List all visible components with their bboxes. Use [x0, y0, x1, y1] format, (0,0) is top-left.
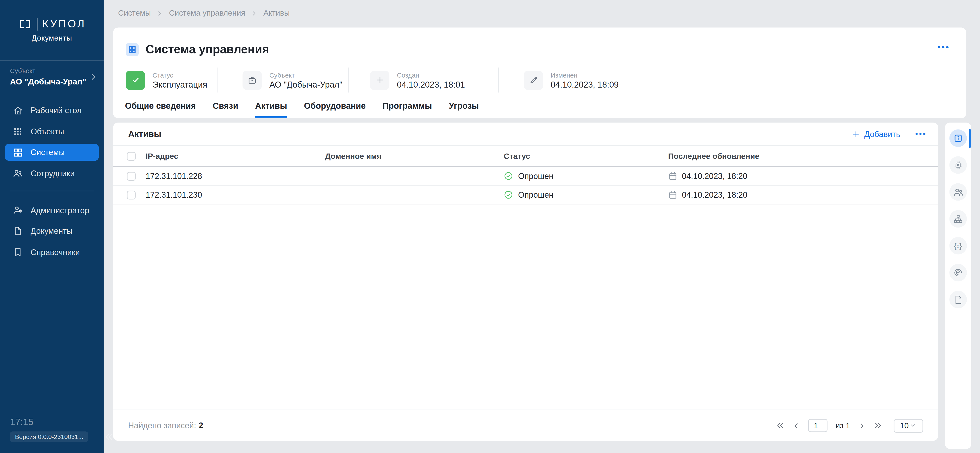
column-header-status[interactable]: Статус	[504, 152, 668, 160]
subject-value: АО "Добыча-Урал"	[10, 77, 94, 86]
grid-squares-icon	[13, 147, 23, 158]
sidebar: КУПОЛ Документы Субъект АО "Добыча-Урал"…	[0, 0, 104, 453]
cell-ip: 172.31.101.230	[146, 190, 325, 199]
sidebar-item-objects[interactable]: Объекты	[5, 123, 99, 140]
meta-field-created: Создан04.10.2023, 18:01	[370, 70, 498, 90]
divider	[498, 67, 499, 93]
sidebar-item-directories[interactable]: Справочники	[5, 244, 99, 260]
add-button[interactable]: Добавить	[852, 129, 900, 138]
row-checkbox[interactable]	[127, 172, 136, 180]
chevron-right-icon	[157, 10, 162, 16]
pagination: из 1 10	[776, 419, 923, 432]
briefcase-icon	[243, 70, 262, 90]
tab-bar: Общие сведения Связи Активы Оборудование…	[125, 101, 479, 118]
tab-programs[interactable]: Программы	[383, 101, 432, 118]
sidebar-item-administrator[interactable]: Администратор	[5, 202, 99, 219]
breadcrumb: Системы Система управления Активы	[118, 0, 290, 26]
divider	[217, 67, 218, 93]
app-root: КУПОЛ Документы Субъект АО "Добыча-Урал"…	[0, 0, 980, 453]
sidebar-item-label: Объекты	[30, 126, 64, 136]
cell-updated: 04.10.2023, 18:20	[682, 171, 747, 181]
sidebar-item-label: Справочники	[30, 247, 80, 257]
table-more-button[interactable]: •••	[915, 129, 927, 138]
info-icon	[953, 133, 963, 143]
sidebar-item-label: Сотрудники	[30, 169, 75, 178]
table-row[interactable]: 172.31.101.230 Опрошен 04.10.2023, 18:20	[113, 186, 938, 204]
tab-equipment[interactable]: Оборудование	[304, 101, 366, 118]
select-all-checkbox[interactable]	[127, 152, 136, 160]
chevron-right-icon	[251, 10, 257, 16]
people-icon	[13, 168, 23, 179]
braces-icon: {:}	[954, 242, 963, 250]
radar-icon	[953, 268, 963, 278]
page-count-label: из 1	[835, 421, 850, 430]
scan-panel-button[interactable]	[949, 264, 967, 281]
main-area: Системы Система управления Активы Систем…	[104, 0, 980, 453]
info-panel-button[interactable]	[949, 129, 967, 147]
subject-selector[interactable]: Субъект АО "Добыча-Урал"	[0, 61, 104, 94]
sidebar-item-label: Рабочий стол	[30, 105, 81, 115]
document-icon	[953, 295, 963, 304]
pencil-icon	[524, 70, 543, 90]
sidebar-item-label: Документы	[30, 226, 72, 236]
brand-subtitle: Документы	[32, 33, 72, 42]
breadcrumb-item-systems[interactable]: Системы	[118, 9, 151, 18]
column-header-domain[interactable]: Доменное имя	[325, 152, 504, 160]
documents-panel-button[interactable]	[949, 291, 967, 308]
section-title: Активы	[128, 129, 161, 139]
bookmark-icon	[13, 247, 23, 257]
meta-field-status: СтатусЭксплуатация	[126, 70, 217, 90]
check-icon	[126, 70, 145, 90]
sidebar-item-employees[interactable]: Сотрудники	[5, 165, 99, 182]
network-panel-button[interactable]	[949, 210, 967, 228]
breadcrumb-item-assets: Активы	[263, 9, 290, 18]
tab-relations[interactable]: Связи	[213, 101, 238, 118]
entity-meta: СтатусЭксплуатация СубъектАО "Добыча-Ура…	[126, 67, 619, 93]
column-header-updated[interactable]: Последнее обновление	[668, 152, 938, 160]
header-more-button[interactable]: •••	[938, 43, 950, 52]
add-button-label: Добавить	[864, 129, 900, 138]
cell-status-label: Опрошен	[518, 171, 553, 181]
found-count: 2	[199, 421, 203, 430]
cell-updated: 04.10.2023, 18:20	[682, 190, 747, 199]
column-header-ip[interactable]: IP-адрес	[146, 152, 325, 160]
entity-header-card: Система управления ••• СтатусЭксплуатаци…	[113, 27, 966, 118]
sidebar-item-systems[interactable]: Системы	[5, 144, 99, 161]
meta-field-subject: СубъектАО "Добыча-Урал"	[243, 70, 348, 90]
prev-page-button[interactable]	[792, 422, 800, 429]
first-page-button[interactable]	[776, 421, 784, 429]
meta-label: Изменен	[550, 71, 619, 78]
circle-check-icon	[504, 171, 513, 181]
grid-squares-icon	[126, 43, 139, 56]
meta-label: Субъект	[269, 71, 342, 78]
meta-field-modified: Изменен04.10.2023, 18:09	[524, 70, 619, 90]
breadcrumb-item-system[interactable]: Система управления	[169, 9, 245, 18]
table-header-row: IP-адрес Доменное имя Статус Последнее о…	[113, 146, 938, 167]
document-icon	[13, 226, 23, 236]
cell-ip: 172.31.101.228	[146, 171, 325, 181]
tab-general[interactable]: Общие сведения	[125, 101, 196, 118]
attributes-panel-button[interactable]: {:}	[949, 237, 967, 255]
kupol-logo-icon	[18, 19, 32, 29]
sidebar-item-documents[interactable]: Документы	[5, 223, 99, 239]
cpu-icon	[953, 160, 963, 170]
page-size-select[interactable]: 10	[894, 419, 923, 432]
last-page-button[interactable]	[874, 421, 882, 429]
hardware-panel-button[interactable]	[949, 156, 967, 174]
tab-threats[interactable]: Угрозы	[449, 101, 479, 118]
sidebar-item-desktop[interactable]: Рабочий стол	[5, 102, 99, 119]
sitemap-icon	[953, 214, 963, 224]
users-panel-button[interactable]	[949, 183, 967, 201]
circle-check-icon	[504, 190, 513, 199]
page-title: Система управления	[146, 43, 269, 56]
nav-divider	[10, 190, 94, 191]
tab-assets[interactable]: Активы	[255, 101, 287, 118]
sidebar-bottom: 17:15 Версия 0.0.0-2310031...	[10, 416, 97, 442]
meta-label: Статус	[153, 71, 207, 78]
page-number-input[interactable]	[808, 419, 827, 432]
next-page-button[interactable]	[858, 422, 866, 429]
people-icon	[953, 187, 964, 198]
brand-title: КУПОЛ	[42, 18, 86, 30]
row-checkbox[interactable]	[127, 190, 136, 199]
table-row[interactable]: 172.31.101.228 Опрошен 04.10.2023, 18:20	[113, 167, 938, 186]
